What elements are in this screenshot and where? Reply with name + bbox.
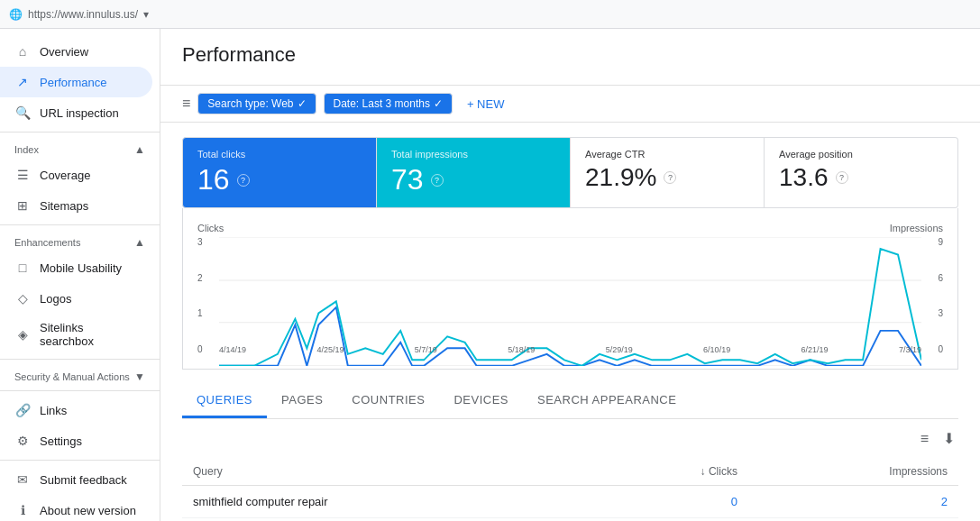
total-impressions-label: Total impressions [391, 149, 555, 160]
divider-3 [0, 359, 160, 360]
sitemaps-icon: ⊞ [14, 197, 31, 214]
main-content: Performance ≡ Search type: Web ✓ Date: L… [160, 29, 980, 521]
filter-icon[interactable]: ≡ [182, 96, 190, 112]
index-collapse-arrow[interactable]: ▲ [134, 143, 145, 156]
date-chip[interactable]: Date: Last 3 months ✓ [324, 93, 453, 114]
home-icon: ⌂ [14, 43, 31, 59]
search-type-label: Search type: Web [207, 97, 293, 110]
feedback-icon: ✉ [14, 471, 31, 488]
tab-countries[interactable]: COUNTRIES [337, 384, 439, 418]
sidebar-item-performance[interactable]: ↗ Performance [0, 67, 152, 97]
total-clicks-label: Total clicks [197, 149, 362, 160]
tab-devices[interactable]: DEVICES [439, 384, 523, 418]
filter-bar: ≡ Search type: Web ✓ Date: Last 3 months… [160, 86, 980, 123]
sidebar-item-coverage[interactable]: ☰ Coverage [0, 160, 152, 190]
table-actions: ≡ ⬇ [182, 419, 958, 458]
search-type-check: ✓ [298, 97, 307, 110]
average-position-label: Average position [779, 149, 943, 160]
sidebar-item-overview[interactable]: ⌂ Overview [0, 36, 152, 67]
date-check: ✓ [434, 97, 443, 110]
average-position-info[interactable]: ? [836, 171, 848, 184]
new-button[interactable]: + NEW [460, 94, 512, 114]
site-icon: 🌐 [9, 8, 23, 21]
table-row: smithfield computer repair 0 2 [182, 486, 958, 518]
sidebar-item-mobile-usability[interactable]: □ Mobile Usability [0, 252, 152, 283]
total-impressions-info[interactable]: ? [431, 174, 444, 187]
tab-pages[interactable]: PAGES [267, 384, 337, 418]
url-dropdown-arrow[interactable]: ▾ [143, 8, 149, 21]
sidebar-item-settings[interactable]: ⚙ Settings [0, 425, 152, 456]
cell-query-1: email delivery [182, 518, 593, 522]
average-ctr-info[interactable]: ? [664, 171, 676, 184]
sidebar-item-submit-feedback[interactable]: ✉ Submit feedback [0, 464, 152, 495]
sidebar-item-about-new-version[interactable]: ℹ About new version [0, 495, 152, 521]
chart-y-right: 9 6 3 0 [925, 237, 943, 354]
stat-average-ctr: Average CTR 21.9% ? [571, 137, 765, 208]
average-ctr-value: 21.9% ? [585, 163, 749, 192]
average-ctr-label: Average CTR [585, 149, 749, 160]
divider-2 [0, 224, 160, 225]
chart-left-label: Clicks [197, 223, 224, 233]
security-collapse-arrow[interactable]: ▼ [134, 370, 145, 383]
search-type-chip[interactable]: Search type: Web ✓ [197, 93, 316, 114]
divider [0, 132, 160, 133]
tabs-row: QUERIES PAGES COUNTRIES DEVICES SEARCH A… [182, 384, 958, 418]
links-icon: 🔗 [14, 402, 31, 418]
download-action-button[interactable]: ⬇ [939, 426, 958, 451]
logos-icon: ◇ [14, 290, 31, 306]
stat-total-clicks: Total clicks 16 ? [182, 137, 377, 208]
tabs-section: QUERIES PAGES COUNTRIES DEVICES SEARCH A… [182, 384, 958, 419]
chart-area: Clicks Impressions 3 2 1 0 9 6 3 0 [182, 208, 958, 370]
date-label: Date: Last 3 months [334, 97, 430, 110]
content-header: Performance [160, 29, 980, 86]
table-section: ≡ ⬇ Query ↓ Clicks Impressions [182, 419, 958, 521]
chart-y-left: 3 2 1 0 [197, 237, 215, 354]
sidebar-item-url-inspection[interactable]: 🔍 URL inspection [0, 97, 152, 128]
chart-container: 3 2 1 0 9 6 3 0 [197, 237, 943, 354]
total-clicks-info[interactable]: ? [237, 174, 250, 187]
chart-axis-labels: Clicks Impressions [197, 223, 943, 233]
security-section-header[interactable]: Security & Manual Actions ▼ [0, 363, 160, 387]
col-header-impressions[interactable]: Impressions [748, 458, 958, 486]
cell-impressions-1: 1 [748, 518, 958, 522]
search-icon: 🔍 [14, 105, 31, 121]
sidebar-item-sitelinks-searchbox[interactable]: ◈ Sitelinks searchbox [0, 314, 152, 355]
chart-right-label: Impressions [890, 223, 943, 233]
average-position-value: 13.6 ? [779, 163, 943, 192]
info-icon: ℹ [14, 502, 31, 518]
mobile-icon: □ [14, 260, 31, 276]
col-header-query[interactable]: Query [182, 458, 593, 486]
chart-x-axis: 4/14/19 4/25/19 5/7/19 5/18/19 5/29/19 6… [219, 345, 921, 354]
settings-icon: ⚙ [14, 433, 31, 449]
enhancements-collapse-arrow[interactable]: ▲ [134, 236, 145, 249]
cell-impressions-0: 2 [748, 486, 958, 518]
cell-clicks-0: 0 [593, 486, 748, 518]
col-header-clicks[interactable]: ↓ Clicks [593, 458, 748, 486]
sidebar-item-logos[interactable]: ◇ Logos [0, 283, 152, 314]
queries-table: Query ↓ Clicks Impressions smithfield co… [182, 458, 958, 521]
total-clicks-value: 16 ? [197, 163, 362, 197]
sidebar-item-links[interactable]: 🔗 Links [0, 395, 152, 425]
performance-icon: ↗ [14, 74, 31, 90]
tab-queries[interactable]: QUERIES [182, 384, 267, 418]
filter-action-button[interactable]: ≡ [917, 426, 932, 451]
searchbox-icon: ◈ [14, 326, 31, 343]
coverage-icon: ☰ [14, 167, 31, 183]
url-text: https://www.innulus.us/ [28, 8, 138, 21]
sidebar: ⌂ Overview ↗ Performance 🔍 URL inspectio… [0, 29, 160, 521]
divider-5 [0, 460, 160, 461]
sidebar-item-sitemaps[interactable]: ⊞ Sitemaps [0, 190, 152, 221]
index-section-header: Index ▲ [0, 136, 160, 160]
clicks-sort: ↓ Clicks [701, 465, 737, 478]
divider-4 [0, 390, 160, 391]
enhancements-section-header: Enhancements ▲ [0, 229, 160, 252]
cell-query-0: smithfield computer repair [182, 486, 593, 518]
page-title: Performance [182, 43, 958, 67]
table-row: email delivery 0 1 [182, 518, 958, 522]
url-bar[interactable]: 🌐 https://www.innulus.us/ ▾ [9, 8, 149, 21]
stat-total-impressions: Total impressions 73 ? [377, 137, 571, 208]
total-impressions-value: 73 ? [391, 163, 555, 197]
tab-search-appearance[interactable]: SEARCH APPEARANCE [523, 384, 691, 418]
cell-clicks-1: 0 [593, 518, 748, 522]
stats-row: Total clicks 16 ? Total impressions 73 ?… [182, 137, 958, 208]
